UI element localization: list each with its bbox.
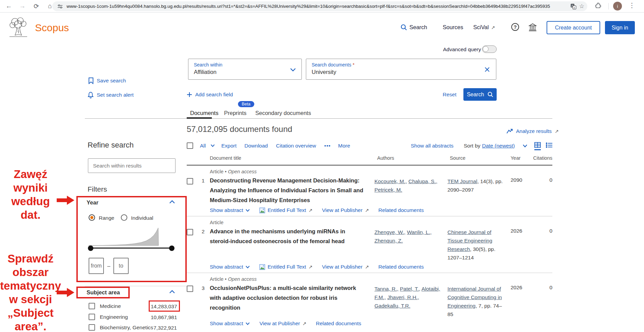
author-link[interactable]: Zhenqun, Z. — [374, 238, 403, 243]
entitled-full-text-link[interactable]: Entitled Full Text ↗ — [259, 264, 312, 270]
add-search-field-link[interactable]: Add search field — [187, 92, 233, 98]
url-text[interactable]: www-1scopus-1com-1u59hn4qu0084.hansolo.b… — [67, 4, 550, 9]
more-dots-icon[interactable]: ••• — [324, 143, 331, 149]
translate-icon[interactable]: Aa — [570, 3, 576, 9]
nav-scival[interactable]: SciVal ↗ — [473, 24, 495, 31]
create-account-button[interactable]: Create account — [547, 21, 600, 34]
author-link[interactable]: Chalupa, S., — [408, 178, 437, 184]
subject-label[interactable]: Engineering — [100, 314, 128, 320]
year-from-input[interactable]: from — [89, 258, 104, 274]
more-button[interactable]: More — [338, 143, 350, 149]
back-icon[interactable]: ← — [4, 1, 14, 11]
author-link[interactable]: Wanlin, L., — [407, 229, 432, 235]
forward-icon[interactable]: → — [18, 1, 27, 11]
chevron-down-icon[interactable] — [290, 68, 296, 72]
tab-secondary-documents[interactable]: Secondary documents — [255, 110, 311, 116]
scopus-header: Scopus Search Sources SciVal ↗ ? Create … — [0, 13, 644, 46]
sign-in-button[interactable]: Sign in — [605, 21, 635, 34]
related-documents-link[interactable]: Related documents — [316, 320, 361, 327]
citations-cell[interactable]: 0 — [531, 220, 552, 262]
related-documents-link[interactable]: Related documents — [379, 264, 424, 270]
export-button[interactable]: Export — [221, 143, 237, 149]
citation-overview-button[interactable]: Citation overview — [276, 143, 316, 149]
individual-radio[interactable] — [121, 214, 127, 221]
advanced-query-toggle[interactable] — [482, 45, 497, 53]
subject-checkbox[interactable] — [89, 314, 95, 320]
search-documents-field[interactable]: Search documents * University — [306, 59, 496, 80]
extensions-icon[interactable] — [595, 2, 602, 9]
search-documents-value[interactable]: University — [312, 69, 491, 75]
collapse-chevron-icon[interactable] — [169, 200, 175, 204]
author-link[interactable]: Tanna, R., — [374, 286, 399, 292]
year-to-input[interactable]: to — [113, 258, 129, 274]
search-icon — [487, 92, 493, 97]
view-at-publisher-link[interactable]: View at Publisher ↗ — [259, 320, 306, 327]
browser-menu-icon[interactable]: ⋮ — [629, 1, 635, 9]
document-title-link[interactable]: OcclusionNetPlusPlus: a multi-scale simi… — [210, 283, 365, 313]
row-checkbox[interactable] — [187, 178, 193, 184]
grid-view-icon[interactable] — [534, 142, 541, 150]
show-abstract-link[interactable]: Show abstract — [210, 264, 250, 270]
sort-chevron-icon[interactable] — [522, 144, 528, 148]
author-link[interactable]: Jhaveri, R.H., — [387, 294, 419, 300]
search-within-select[interactable]: Search within Affiliation — [188, 59, 302, 80]
col-citations: Citations — [533, 155, 552, 161]
nav-search[interactable]: Search — [401, 24, 427, 31]
document-title-link[interactable]: Advance in the mechanisms underlying miR… — [210, 227, 365, 246]
document-title-link[interactable]: Deconstructing Revenue Management Decisi… — [210, 176, 365, 205]
tab-preprints[interactable]: Preprints — [224, 110, 246, 116]
institution-icon[interactable] — [528, 23, 537, 32]
author-link[interactable]: Kocourek, M., — [374, 178, 407, 184]
clear-input-icon[interactable] — [484, 67, 490, 72]
author-link[interactable]: Gadekallu, T.R. — [374, 303, 410, 309]
citations-cell[interactable]: 0 — [531, 169, 552, 205]
row-checkbox[interactable] — [187, 286, 193, 292]
show-all-abstracts-link[interactable]: Show all abstracts — [411, 143, 454, 149]
profile-avatar[interactable]: i — [613, 2, 622, 11]
slider-handle-right[interactable] — [169, 246, 174, 251]
help-icon[interactable]: ? — [511, 23, 519, 31]
collapse-chevron-icon[interactable] — [169, 290, 175, 294]
view-at-publisher-link[interactable]: View at Publisher ↗ — [322, 264, 369, 270]
show-abstract-link[interactable]: Show abstract — [210, 207, 250, 213]
nav-sources[interactable]: Sources — [443, 24, 463, 31]
view-at-publisher-link[interactable]: View at Publisher ↗ — [322, 207, 369, 213]
download-button[interactable]: Download — [244, 143, 268, 149]
source-link[interactable]: TEM Journal — [447, 178, 477, 184]
author-link[interactable]: Patel, T., — [400, 286, 420, 292]
save-search-link[interactable]: Save search — [88, 77, 126, 84]
reset-link[interactable]: Reset — [443, 92, 457, 98]
scopus-logo-text[interactable]: Scopus — [35, 22, 69, 34]
address-bar[interactable]: www-1scopus-1com-1u59hn4qu0084.hansolo.b… — [52, 1, 587, 11]
slider-handle-left[interactable] — [88, 246, 93, 251]
bookmark-star-icon[interactable]: ☆ — [579, 3, 584, 10]
subject-checkbox[interactable] — [89, 303, 95, 309]
subject-label[interactable]: Medicine — [100, 303, 121, 309]
row-checkbox[interactable] — [187, 229, 193, 235]
annotation-refine-by-date: Zawęź wyniki według dat. — [3, 168, 58, 222]
subject-checkbox[interactable] — [89, 324, 95, 331]
search-submit-button[interactable]: Search — [463, 88, 497, 101]
citations-cell[interactable]: 0 — [531, 276, 552, 318]
search-within-results-input[interactable] — [88, 158, 176, 173]
reload-icon[interactable]: ⟳ — [32, 1, 41, 11]
set-search-alert-link[interactable]: Set search alert — [88, 92, 134, 98]
show-abstract-link[interactable]: Show abstract — [210, 320, 250, 327]
all-dropdown[interactable]: All — [200, 143, 215, 149]
tabs-divider — [85, 118, 552, 119]
author-link[interactable]: Zhengye, W., — [374, 229, 405, 235]
sort-value-dropdown[interactable]: Date (newest) — [482, 143, 515, 149]
subject-label[interactable]: Biochemistry, Genetics — [100, 325, 153, 331]
source-cell: Chinese Journal of Tissue Engineering Re… — [447, 220, 511, 262]
tab-documents[interactable]: Documents — [190, 110, 218, 116]
entitled-full-text-link[interactable]: Entitled Full Text ↗ — [259, 207, 312, 213]
site-settings-icon[interactable] — [57, 3, 63, 9]
related-documents-link[interactable]: Related documents — [379, 207, 424, 213]
range-radio[interactable] — [89, 214, 95, 221]
analyze-results-link[interactable]: Analyze results ↗ — [506, 128, 559, 134]
list-view-icon[interactable] — [546, 142, 553, 148]
individual-radio-label: Individual — [131, 215, 153, 221]
author-link[interactable]: Petricek, M. — [374, 187, 402, 193]
select-all-checkbox[interactable] — [187, 142, 193, 149]
year-range-slider[interactable] — [90, 248, 172, 249]
